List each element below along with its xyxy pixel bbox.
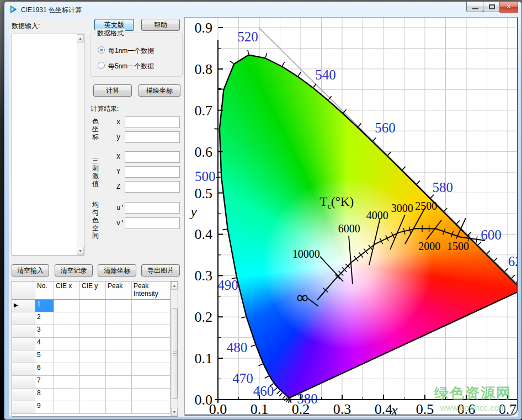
svg-text:490: 490 [217,278,238,293]
close-button[interactable]: ✕ [499,2,518,13]
help-button[interactable]: 帮助 [141,19,180,31]
clear-input-button[interactable]: 清空输入 [12,264,49,277]
clear-records-button[interactable]: 清空记录 [55,264,93,277]
row-selector-cell[interactable] [12,363,35,376]
result-field-Z[interactable] [125,181,180,193]
table-cell[interactable] [54,312,80,325]
table-cell[interactable] [54,300,80,312]
table-cell[interactable] [132,401,171,414]
table-scroll-up-icon[interactable]: ▲ [171,281,178,290]
radio-selected-icon[interactable] [98,46,105,54]
table-cell[interactable] [132,376,171,389]
table-cell[interactable]: 6 [35,363,54,376]
table-cell[interactable] [106,376,132,389]
table-cell[interactable] [132,350,171,363]
row-selector-cell[interactable] [12,401,35,414]
table-cell[interactable] [54,325,80,338]
table-cell[interactable] [80,300,106,312]
radio-unselected-icon[interactable] [98,62,105,69]
table-cell[interactable] [54,350,80,363]
row-selector-cell[interactable]: ▶ [12,300,35,312]
textarea-scrollbar[interactable]: ▲ ▼ [77,34,84,255]
result-field-Y[interactable] [125,166,180,178]
export-image-button[interactable]: 导出图片 [141,264,180,277]
table-cell[interactable] [106,300,132,312]
table-cell[interactable] [106,325,132,338]
table-cell[interactable] [132,338,171,350]
result-field-y[interactable] [125,131,180,143]
data-format-group: 数据格式 每1nm一个数据每5nm一个数据 [90,33,183,77]
table-cell[interactable] [106,312,132,325]
maximize-button[interactable] [483,2,500,12]
table-cell[interactable] [132,312,171,325]
svg-text:0.7: 0.7 [195,103,213,119]
result-field-x[interactable] [125,116,180,128]
table-scrollbar[interactable]: ▲ ▼ [171,281,178,416]
table-cell[interactable] [80,376,106,389]
table-cell[interactable] [132,363,171,376]
table-cell[interactable] [80,325,106,338]
table-cell[interactable] [106,363,132,376]
table-cell[interactable] [54,376,80,389]
table-cell[interactable]: 1 [35,300,54,312]
table-cell[interactable] [80,389,106,401]
column-header[interactable]: No. [35,281,54,300]
current-row-icon: ▶ [14,302,18,308]
column-header[interactable]: CIE x [54,281,80,300]
column-header[interactable]: Peak Intensity [132,281,171,300]
table-cell[interactable] [54,401,80,414]
scroll-up-icon[interactable]: ▲ [77,34,84,42]
table-cell[interactable]: 7 [35,376,54,389]
table-cell[interactable]: 3 [35,325,54,338]
svg-text:2500: 2500 [415,200,437,212]
column-header[interactable]: Peak [106,281,132,300]
result-field-up[interactable] [125,202,180,214]
table-cell[interactable]: 4 [35,338,54,350]
svg-text:10000: 10000 [292,248,320,260]
title-bar[interactable]: CIE1931 色坐标计算 ✕ [4,2,521,17]
column-header[interactable]: CIE y [80,281,106,300]
table-cell[interactable] [54,363,80,376]
row-selector-cell[interactable] [12,338,35,350]
table-scrollbar-thumb[interactable] [172,308,178,399]
table-cell[interactable] [80,363,106,376]
table-cell[interactable] [106,338,132,350]
table-cell[interactable]: 2 [35,312,54,325]
row-selector-cell[interactable] [12,312,35,325]
table-cell[interactable] [54,389,80,401]
row-selector-cell[interactable] [12,325,35,338]
chart-annotation-layer: 5205405605806006205004904804704603801000… [185,18,518,416]
column-header[interactable] [12,281,35,300]
clear-coordinates-button[interactable]: 清除坐标 [98,264,136,277]
result-field-X[interactable] [125,151,180,163]
table-cell[interactable] [132,389,171,401]
table-cell[interactable] [80,338,106,350]
table-scroll-down-icon[interactable]: ▼ [171,408,178,416]
table-cell[interactable] [106,389,132,401]
result-field-vp[interactable] [125,217,180,229]
table-cell[interactable] [132,300,171,312]
table-cell[interactable] [106,401,132,414]
row-selector-cell[interactable] [12,350,35,363]
row-selector-cell[interactable] [12,389,35,401]
table-cell[interactable] [80,350,106,363]
table-cell[interactable] [80,312,106,325]
table-cell[interactable]: 5 [35,350,54,363]
table-cell[interactable]: 9 [35,401,54,414]
table-cell[interactable] [106,350,132,363]
svg-text:Tc(°K): Tc(°K) [319,195,354,210]
calculate-button[interactable]: 计算 [93,84,132,97]
table-cell[interactable]: 8 [35,389,54,401]
results-section: 色坐标xy三刺激值XYZ均匀色空间u'v' [90,114,190,252]
table-cell[interactable] [80,401,106,414]
plot-coordinates-button[interactable]: 描绘坐标 [139,84,180,97]
svg-text:0.6: 0.6 [195,144,213,160]
scroll-down-icon[interactable]: ▼ [77,247,84,255]
row-selector-cell[interactable] [12,376,35,389]
table-cell[interactable] [54,338,80,350]
table-cell[interactable] [132,325,171,338]
minimize-button[interactable] [466,2,483,12]
svg-text:580: 580 [433,180,454,195]
field-label-up: u' [116,204,124,212]
data-input-textarea[interactable] [12,34,84,256]
